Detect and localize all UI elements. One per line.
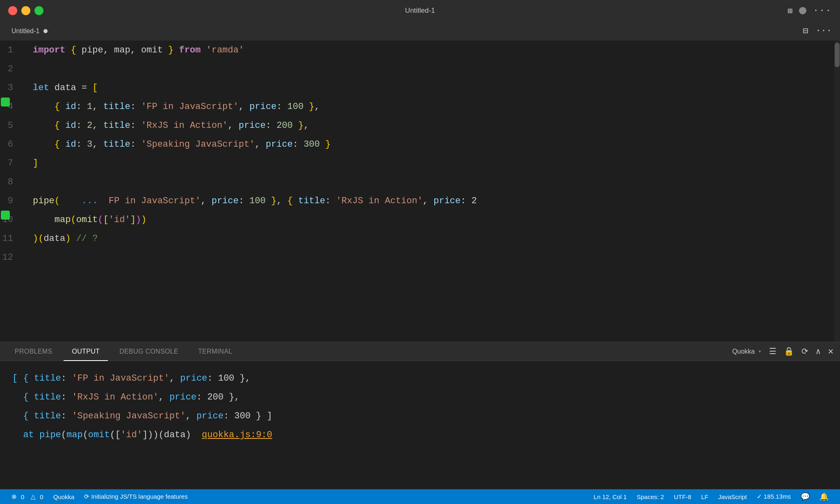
tab-right-icons: ⊟ ··· [803,25,837,36]
status-eol[interactable]: LF [696,493,713,500]
close-button[interactable] [8,6,17,15]
code-line-9: pipe ( ... FP in JavaScript' , price : 1… [33,192,834,211]
tab-output[interactable]: OUTPUT [64,342,108,361]
status-spaces[interactable]: Spaces: 2 [632,493,669,500]
line-num-12: 12 [0,248,23,267]
output-line-4: at pipe ( map ( omit ([ 'id' ]))(data) q… [12,426,828,445]
breakpoint-line9[interactable] [1,211,10,220]
editor-tab[interactable]: Untitled-1 [3,21,56,41]
code-area[interactable]: import { pipe, map, omit } from 'ramda' … [33,41,834,342]
refresh-icon[interactable]: ⟳ [801,346,808,356]
line-num-1: 1 [0,41,23,60]
spaces-label: Spaces: 2 [637,493,664,500]
code-line-7: ] [33,154,834,173]
code-line-11: ) ( data ) // ? [33,229,834,248]
code-line-5: { id : 2 , title : 'RxJS in Action' , pr… [33,116,834,135]
line-num-8: 8 [0,173,23,192]
maximize-button[interactable] [34,6,43,15]
code-line-4: { id : 1 , title : 'FP in JavaScript' , … [33,98,834,116]
warning-count: 0 [40,493,43,500]
split-editor-icon[interactable]: ⊞ [788,6,792,16]
status-language[interactable]: JavaScript [713,493,752,500]
init-text: ⟳ Initializing JS/TS language features [84,493,187,500]
editor-scrollbar[interactable] [834,41,840,342]
tab-debug-console[interactable]: DEBUG CONSOLE [111,342,187,361]
code-line-10: map ( omit ( [ 'id' ] ) ) [33,211,834,229]
status-bar: ⊗ 0 △ 0 Quokka ⟳ Initializing JS/TS lang… [0,489,840,504]
error-icon: ⊗ [11,493,17,500]
status-quokka[interactable]: Quokka [48,489,80,504]
code-line-6: { id : 3 , title : 'Speaking JavaScript'… [33,135,834,154]
panel-content: [ { title : 'FP in JavaScript' , price :… [0,361,840,489]
editor-main: 1 2 3 4 5 6 7 8 9 10 11 12 import { pipe… [0,41,840,342]
line-num-11: 11 [0,229,23,248]
output-line-1: [ { title : 'FP in JavaScript' , price :… [12,369,828,388]
breakpoint-line3[interactable] [1,98,10,107]
minimize-button[interactable] [21,6,30,15]
code-line-1: import { pipe, map, omit } from 'ramda' [33,41,834,60]
panel-tabs: PROBLEMS OUTPUT DEBUG CONSOLE TERMINAL Q… [0,342,840,361]
code-line-12 [33,248,834,267]
timing-label: ✓ 185.13ms [757,493,791,500]
tab-problems[interactable]: PROBLEMS [7,342,60,361]
collapse-icon[interactable]: ∧ [816,346,821,356]
output-select[interactable]: Quokka ▾ [732,348,762,355]
encoding-label: UTF-8 [674,493,692,500]
output-line-2: { title : 'RxJS in Action' , price : 200… [12,388,828,407]
output-select-label: Quokka [732,348,755,355]
position-label: Ln 12, Col 1 [593,493,627,500]
status-timing[interactable]: ✓ 185.13ms [752,493,796,500]
line-num-6: 6 [0,135,23,154]
window-title: Untitled-1 [405,7,435,15]
status-notifications[interactable]: 🔔 [815,492,833,501]
warning-icon: △ [31,493,36,500]
status-errors[interactable]: ⊗ 0 △ 0 [7,489,48,504]
tab-modified-dot [43,29,48,33]
bell-icon[interactable]: 🔔 [819,492,829,501]
line-num-9: 9 [0,192,23,211]
status-encoding[interactable]: UTF-8 [669,493,696,500]
list-filter-icon[interactable]: ☰ [769,346,776,356]
editor-container: Untitled-1 ⊟ ··· 1 2 3 4 5 6 7 8 9 10 11 [0,21,840,342]
code-line-8 [33,173,834,192]
status-position[interactable]: Ln 12, Col 1 [589,493,632,500]
code-line-2 [33,60,834,79]
window-controls [8,6,43,15]
line-num-5: 5 [0,116,23,135]
status-init[interactable]: ⟳ Initializing JS/TS language features [79,489,192,504]
panel-area: PROBLEMS OUTPUT DEBUG CONSOLE TERMINAL Q… [0,342,840,489]
output-line-3: { title : 'Speaking JavaScript' , price … [12,407,828,426]
tab-bar: Untitled-1 ⊟ ··· [0,21,840,41]
language-label: JavaScript [718,493,747,500]
lock-icon[interactable]: 🔒 [784,346,794,356]
panel-tab-icons: Quokka ▾ ☰ 🔒 ⟳ ∧ ✕ [732,346,833,357]
tab-terminal[interactable]: TERMINAL [190,342,240,361]
more-actions-icon[interactable]: ··· [813,6,832,16]
chevron-down-icon[interactable]: ▾ [758,348,761,355]
status-feedback[interactable]: 💬 [796,492,815,501]
error-count: 0 [21,493,24,500]
circle-icon [799,7,806,14]
tab-label: Untitled-1 [11,27,39,35]
more-icon[interactable]: ··· [815,26,832,36]
feedback-icon[interactable]: 💬 [801,492,810,501]
code-line-3: let data = [ [33,79,834,98]
titlebar: Untitled-1 ⊞ ··· [0,0,840,21]
close-panel-icon[interactable]: ✕ [828,346,833,357]
line-num-7: 7 [0,154,23,173]
line-numbers: 1 2 3 4 5 6 7 8 9 10 11 12 [0,41,33,342]
status-right: Ln 12, Col 1 Spaces: 2 UTF-8 LF JavaScri… [589,492,833,501]
split-editor-icon[interactable]: ⊟ [803,25,808,36]
eol-label: LF [701,493,708,500]
line-num-2: 2 [0,60,23,79]
quokka-label: Quokka [53,493,75,500]
line-num-3: 3 [0,79,23,98]
titlebar-right-icons: ⊞ ··· [788,6,832,16]
